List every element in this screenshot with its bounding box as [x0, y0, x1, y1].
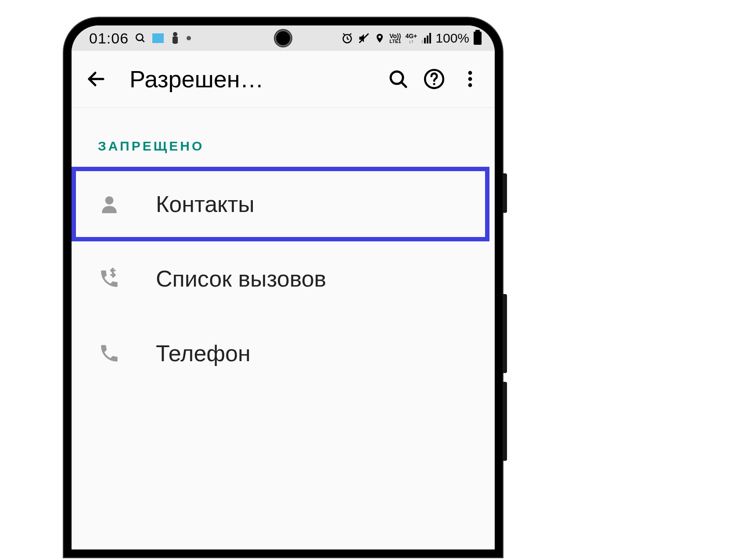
status-left: 01:06 — [89, 30, 191, 47]
permission-item-contacts[interactable]: Контакты — [72, 167, 489, 241]
phone-frame: 01:06 — [64, 18, 503, 557]
svg-point-2 — [173, 32, 177, 36]
status-right: Vo)) LTE1 4G+ ↓↑ 100% — [341, 31, 482, 46]
svg-point-14 — [433, 83, 435, 85]
back-button[interactable] — [85, 68, 108, 90]
section-header-denied: ЗАПРЕЩЕНО — [72, 130, 495, 167]
network-type-icon: 4G+ ↓↑ — [405, 33, 417, 44]
screen: 01:06 — [72, 25, 495, 549]
battery-icon — [474, 32, 482, 45]
svg-line-5 — [347, 39, 349, 39]
search-button[interactable] — [387, 68, 410, 90]
content-area: ЗАПРЕЩЕНО Контакты Список вызовов Телефо… — [72, 108, 495, 391]
side-button — [503, 294, 507, 373]
svg-point-18 — [105, 196, 114, 205]
page-title: Разрешен… — [129, 65, 374, 93]
permission-label: Список вызовов — [156, 266, 326, 292]
help-button[interactable] — [423, 68, 446, 90]
svg-line-1 — [142, 39, 144, 42]
battery-percent: 100% — [435, 31, 469, 46]
volte-icon: Vo)) LTE1 — [389, 33, 401, 44]
location-icon — [374, 32, 385, 44]
call-log-icon — [98, 267, 121, 290]
more-notifications-icon — [187, 36, 191, 40]
contacts-icon — [98, 193, 121, 215]
side-button — [503, 382, 507, 461]
app-notification-icon — [170, 32, 180, 45]
permission-item-phone[interactable]: Телефон — [72, 316, 495, 391]
svg-point-0 — [136, 34, 143, 40]
alarm-icon — [341, 32, 353, 44]
side-button — [503, 173, 507, 213]
svg-point-9 — [378, 36, 381, 38]
mute-icon — [358, 32, 370, 44]
svg-line-7 — [350, 34, 352, 35]
svg-point-16 — [468, 77, 472, 81]
svg-line-12 — [401, 82, 406, 87]
signal-icon — [421, 33, 431, 43]
svg-point-15 — [468, 71, 472, 75]
toolbar: Разрешен… — [72, 51, 495, 108]
svg-point-17 — [468, 83, 472, 87]
more-options-button[interactable] — [459, 68, 482, 90]
search-small-icon — [135, 32, 146, 44]
permission-label: Телефон — [156, 340, 251, 366]
status-time: 01:06 — [89, 30, 129, 47]
svg-line-6 — [343, 34, 345, 35]
phone-icon — [98, 342, 121, 365]
permission-item-call-log[interactable]: Список вызовов — [72, 241, 495, 316]
camera-notch — [275, 30, 291, 47]
permission-label: Контакты — [156, 191, 255, 217]
chat-icon — [152, 33, 164, 43]
